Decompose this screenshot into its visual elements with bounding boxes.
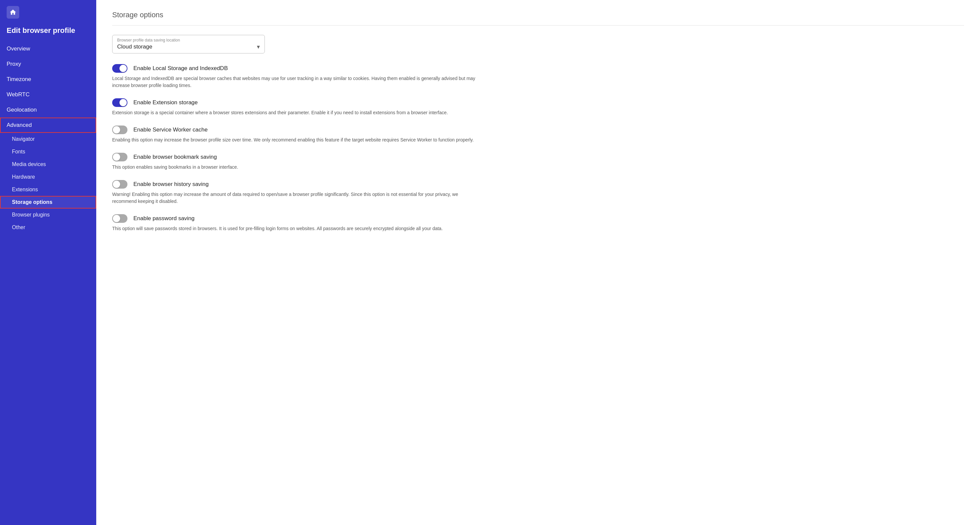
sidebar-nav: OverviewProxyTimezoneWebRTCGeolocationAd… (0, 41, 96, 234)
toggle-knob-local-storage (119, 65, 127, 72)
toggle-desc-local-storage: Local Storage and IndexedDB are special … (112, 75, 477, 89)
dropdown-selected-value: Cloud storage (117, 43, 152, 50)
toggle-section-extension-storage: Enable Extension storageExtension storag… (112, 98, 964, 116)
toggle-desc-extension-storage: Extension storage is a special container… (112, 109, 477, 116)
dropdown-arrow-icon: ▾ (257, 43, 260, 51)
toggle-desc-bookmark-saving: This option enables saving bookmarks in … (112, 164, 477, 171)
sidebar-header[interactable] (0, 0, 96, 22)
sidebar-item-proxy[interactable]: Proxy (0, 56, 96, 72)
sidebar-sub-item-hardware[interactable]: Hardware (0, 171, 96, 183)
toggle-section-service-worker: Enable Service Worker cacheEnabling this… (112, 126, 964, 144)
toggle-switch-service-worker[interactable] (112, 126, 127, 134)
sidebar-sub-item-media-devices[interactable]: Media devices (0, 158, 96, 171)
toggle-label-bookmark-saving: Enable browser bookmark saving (134, 154, 217, 160)
storage-location-dropdown[interactable]: Browser profile data saving location Clo… (112, 35, 265, 53)
toggle-section-history-saving: Enable browser history savingWarning! En… (112, 180, 964, 205)
toggle-switch-bookmark-saving[interactable] (112, 153, 127, 161)
toggle-row-extension-storage: Enable Extension storage (112, 98, 964, 107)
toggle-desc-password-saving: This option will save passwords stored i… (112, 225, 477, 232)
toggle-knob-bookmark-saving (113, 153, 120, 161)
home-icon[interactable] (6, 6, 19, 19)
toggle-knob-service-worker (113, 126, 120, 134)
sidebar-sub-item-navigator[interactable]: Navigator (0, 133, 96, 145)
sidebar: Edit browser profile OverviewProxyTimezo… (0, 0, 96, 525)
toggle-row-service-worker: Enable Service Worker cache (112, 126, 964, 134)
toggle-section-local-storage: Enable Local Storage and IndexedDBLocal … (112, 64, 964, 89)
sidebar-item-webrtc[interactable]: WebRTC (0, 87, 96, 102)
toggle-label-password-saving: Enable password saving (134, 215, 194, 222)
toggle-section-password-saving: Enable password savingThis option will s… (112, 214, 964, 232)
toggle-desc-history-saving: Warning! Enabling this option may increa… (112, 191, 477, 205)
toggle-desc-service-worker: Enabling this option may increase the br… (112, 136, 477, 144)
toggle-switch-password-saving[interactable] (112, 214, 127, 223)
toggle-knob-history-saving (113, 180, 120, 188)
sidebar-sub-item-other[interactable]: Other (0, 221, 96, 234)
toggle-switch-extension-storage[interactable] (112, 98, 127, 107)
page-title: Storage options (112, 11, 964, 26)
sidebar-sub-item-browser-plugins[interactable]: Browser plugins (0, 209, 96, 221)
toggle-section-bookmark-saving: Enable browser bookmark savingThis optio… (112, 153, 964, 171)
sidebar-item-geolocation[interactable]: Geolocation (0, 102, 96, 118)
toggle-knob-password-saving (113, 215, 120, 222)
dropdown-label: Browser profile data saving location (117, 38, 260, 43)
toggle-knob-extension-storage (119, 99, 127, 106)
toggles-container: Enable Local Storage and IndexedDBLocal … (112, 64, 964, 232)
sidebar-item-overview[interactable]: Overview (0, 41, 96, 56)
toggle-label-service-worker: Enable Service Worker cache (134, 126, 208, 133)
toggle-label-history-saving: Enable browser history saving (134, 181, 209, 188)
toggle-row-bookmark-saving: Enable browser bookmark saving (112, 153, 964, 161)
dropdown-value[interactable]: Cloud storage ▾ (117, 43, 260, 51)
toggle-switch-local-storage[interactable] (112, 64, 127, 73)
toggle-row-password-saving: Enable password saving (112, 214, 964, 223)
sidebar-sub-item-fonts[interactable]: Fonts (0, 145, 96, 158)
toggle-switch-history-saving[interactable] (112, 180, 127, 188)
toggle-row-history-saving: Enable browser history saving (112, 180, 964, 188)
sidebar-title: Edit browser profile (0, 22, 96, 41)
toggle-label-local-storage: Enable Local Storage and IndexedDB (134, 65, 228, 72)
sidebar-sub-item-extensions[interactable]: Extensions (0, 183, 96, 196)
toggle-row-local-storage: Enable Local Storage and IndexedDB (112, 64, 964, 73)
sidebar-sub-item-storage-options[interactable]: Storage options (0, 196, 96, 209)
toggle-label-extension-storage: Enable Extension storage (134, 99, 198, 106)
sidebar-item-timezone[interactable]: Timezone (0, 72, 96, 87)
main-content: Storage options Browser profile data sav… (96, 0, 980, 525)
sidebar-item-advanced[interactable]: Advanced (0, 118, 96, 133)
